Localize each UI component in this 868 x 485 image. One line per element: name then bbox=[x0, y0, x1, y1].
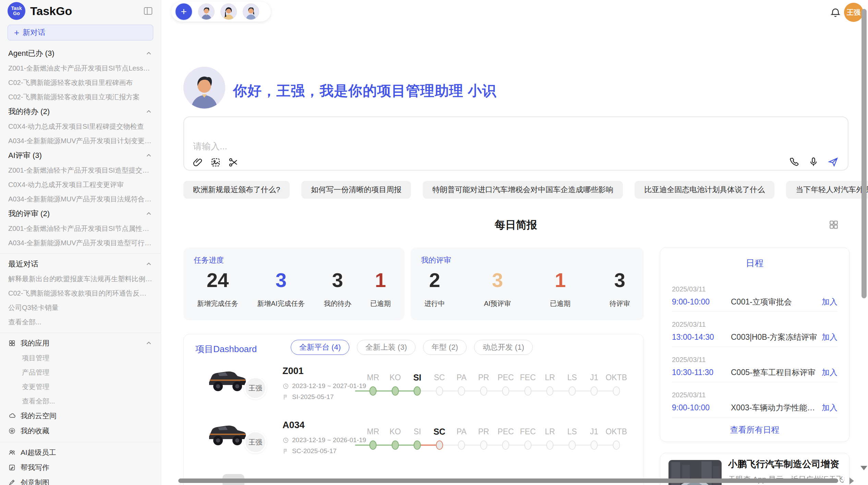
chat-input-box[interactable]: 请输入... bbox=[183, 116, 848, 171]
sidebar-item-change-mgmt[interactable]: 变更管理 bbox=[0, 380, 161, 394]
milestone-J1: J1 bbox=[583, 371, 605, 398]
list-item[interactable]: C02-飞腾新能源轻客改款项目立项汇报方案 bbox=[0, 90, 161, 104]
avatar[interactable] bbox=[220, 3, 237, 20]
filter-tab[interactable]: 全新上装 (3) bbox=[357, 340, 415, 355]
milestone-track: MRKOSISCPAPRPECFECLRLSJ1OKTB bbox=[362, 425, 629, 452]
new-chat-button[interactable]: + 新对话 bbox=[8, 25, 153, 40]
schedule-date: 2025/03/11 bbox=[672, 285, 837, 293]
filter-tab[interactable]: 动总开发 (1) bbox=[474, 340, 533, 355]
suggestion-chip[interactable]: 如何写一份清晰的项目周报 bbox=[301, 181, 411, 199]
sidebar-item-favorites[interactable]: 我的收藏 bbox=[0, 423, 161, 438]
star-circle-icon bbox=[8, 427, 16, 435]
phone-icon[interactable] bbox=[789, 157, 800, 167]
section-recent-chats[interactable]: 最近对话 bbox=[0, 257, 161, 272]
scroll-right-arrow[interactable] bbox=[849, 477, 854, 484]
section-my-todo[interactable]: 我的待办 (2) bbox=[0, 104, 161, 119]
section-agent-done[interactable]: Agent已办 (3) bbox=[0, 46, 161, 61]
project-flag: SI-2025-05-17 bbox=[282, 393, 334, 401]
sidebar-item-help-me-write[interactable]: 帮我写作 bbox=[0, 460, 161, 475]
stat-label: 我的待办 bbox=[324, 299, 351, 308]
suggestion-chip[interactable]: 比亚迪全固态电池计划具体说了什么 bbox=[635, 181, 774, 199]
view-all-apps[interactable]: 查看全部... bbox=[0, 394, 161, 408]
new-chat-label: 新对话 bbox=[23, 27, 45, 38]
project-image bbox=[204, 416, 250, 450]
sidebar-item-product-mgmt[interactable]: 产品管理 bbox=[0, 365, 161, 380]
milestone-OKTB: OKTB bbox=[605, 425, 628, 452]
project-row[interactable]: 王强 Z001 2023-12-19 ~ 2027-01-19 SI-2025-… bbox=[184, 361, 643, 413]
list-item[interactable]: 解释最新出台的欧盟报废车法规再生塑料比例被调至15%... bbox=[0, 272, 161, 286]
list-item[interactable]: Z001-全新燃油轻卡产品开发项目SI节点属性5D文件评审 bbox=[0, 221, 161, 236]
sidebar-item-cloud-space[interactable]: 我的云空间 bbox=[0, 408, 161, 423]
send-icon[interactable] bbox=[827, 156, 839, 168]
list-item[interactable]: C02-飞腾新能源轻客改款项目的闭环通告反馈情况 bbox=[0, 286, 161, 300]
project-flag: SC-2025-05-17 bbox=[282, 447, 337, 455]
suggestion-chip[interactable]: 特朗普可能对进口汽车增税会对中国车企造成哪些影响 bbox=[423, 181, 623, 199]
vertical-scrollbar[interactable] bbox=[861, 9, 867, 298]
microphone-icon[interactable] bbox=[808, 157, 819, 167]
list-item[interactable]: C02-飞腾新能源轻客改款项目里程碑画布 bbox=[0, 75, 161, 90]
join-button[interactable]: 加入 bbox=[822, 402, 837, 413]
milestone-node bbox=[480, 386, 487, 396]
milestone-LS: LS bbox=[561, 371, 583, 398]
chevron-up-icon[interactable] bbox=[145, 50, 153, 57]
chevron-up-icon[interactable] bbox=[145, 108, 153, 115]
scroll-down-arrow[interactable] bbox=[860, 466, 867, 470]
milestone-PA: PA bbox=[450, 371, 473, 398]
list-item[interactable]: A034-全新新能源MUV产品开发项目法规符合性评审 bbox=[0, 192, 161, 206]
list-item[interactable]: C0X4-动力总成开发项目SI里程碑提交物检查 bbox=[0, 119, 161, 134]
sidebar: Task Go TaskGo + 新对话 Agent已办 (3) Z001-全新… bbox=[0, 0, 161, 485]
milestone-node bbox=[502, 386, 509, 396]
chevron-up-icon[interactable] bbox=[145, 152, 153, 159]
list-item[interactable]: A034-全新新能源MUV产品开发项目造型可行性评审 bbox=[0, 236, 161, 250]
project-dates-text: 2023-12-19 ~ 2026-01-19 bbox=[292, 436, 366, 444]
sidebar-item-project-mgmt[interactable]: 项目管理 bbox=[0, 351, 161, 365]
list-item[interactable]: 公司Q3轻卡销量 bbox=[0, 300, 161, 315]
section-my-review[interactable]: 我的评审 (2) bbox=[0, 206, 161, 221]
suggestion-chips: 欧洲新规最近颁布了什么? 如何写一份清晰的项目周报 特朗普可能对进口汽车增税会对… bbox=[183, 181, 848, 199]
suggestion-chip[interactable]: 当下年轻人对汽车外观有怎样的喜好趋势 bbox=[786, 181, 868, 199]
join-button[interactable]: 加入 bbox=[822, 332, 837, 343]
sidebar-item-label: 我的收藏 bbox=[21, 426, 153, 436]
view-all-chats[interactable]: 查看全部... bbox=[0, 315, 161, 329]
list-item[interactable]: C0X4-动力总成开发项目工程变更评审 bbox=[0, 177, 161, 192]
sidebar-item-my-apps[interactable]: 我的应用 bbox=[0, 336, 161, 351]
project-flag-text: SC-2025-05-17 bbox=[292, 447, 337, 455]
milestone-node bbox=[568, 440, 576, 450]
suggestion-chip[interactable]: 欧洲新规最近颁布了什么? bbox=[183, 181, 290, 199]
filter-tab[interactable]: 全新平台 (4) bbox=[291, 340, 349, 355]
user-avatar[interactable]: 王强 bbox=[844, 3, 863, 22]
chevron-up-icon[interactable] bbox=[145, 210, 153, 217]
image-icon[interactable] bbox=[210, 157, 221, 168]
add-agent-button[interactable]: + bbox=[176, 3, 192, 20]
scissors-icon[interactable] bbox=[228, 157, 239, 168]
milestone-SC: SC bbox=[429, 425, 451, 452]
filter-tab[interactable]: 年型 (2) bbox=[423, 340, 467, 355]
list-item[interactable]: Z001-全新燃油皮卡产品开发项目SI节点Lesson Learn报告 bbox=[0, 61, 161, 75]
notification-bell-icon[interactable] bbox=[829, 7, 842, 19]
app-logo: Task Go bbox=[8, 2, 25, 20]
sidebar-item-creative-drawing[interactable]: 创意制图 bbox=[0, 475, 161, 485]
project-row[interactable]: 王强 A034 2023-12-19 ~ 2026-01-19 SC-2025-… bbox=[184, 415, 643, 467]
schedule-card: 日程 2025/03/11 9:00-10:00 C001-立项审批会 加入 2… bbox=[660, 247, 849, 442]
stat: 3 待评审 bbox=[610, 270, 630, 308]
sidebar-item-ai-super-staff[interactable]: AI超级员工 bbox=[0, 445, 161, 460]
schedule-item: 2025/03/11 13:00-14:30 C003|H0B-方案冻结评审 加… bbox=[672, 321, 837, 343]
attachment-icon[interactable] bbox=[192, 157, 203, 168]
sidebar-collapse-icon[interactable] bbox=[143, 6, 153, 16]
avatar[interactable] bbox=[243, 3, 259, 20]
list-item[interactable]: Z001-全新燃油轻卡产品开发项目SI造型提交物评审 bbox=[0, 163, 161, 177]
section-ai-review[interactable]: AI评审 (3) bbox=[0, 148, 161, 163]
section-title: 最近对话 bbox=[8, 259, 38, 269]
avatar[interactable] bbox=[198, 3, 215, 20]
join-button[interactable]: 加入 bbox=[822, 297, 837, 307]
chevron-up-icon[interactable] bbox=[145, 260, 153, 268]
layout-grid-icon[interactable] bbox=[828, 219, 839, 230]
join-button[interactable]: 加入 bbox=[822, 367, 837, 378]
card-title: 任务进度 bbox=[194, 255, 224, 265]
view-all-schedule-link[interactable]: 查看所有日程 bbox=[660, 424, 849, 435]
horizontal-scrollbar[interactable] bbox=[178, 478, 838, 483]
flag-icon bbox=[282, 394, 289, 400]
list-item[interactable]: A034-全新新能源MUV产品开发项目计划变更表编写 bbox=[0, 134, 161, 148]
chevron-up-icon[interactable] bbox=[145, 339, 153, 347]
input-toolbar-left bbox=[192, 157, 239, 168]
